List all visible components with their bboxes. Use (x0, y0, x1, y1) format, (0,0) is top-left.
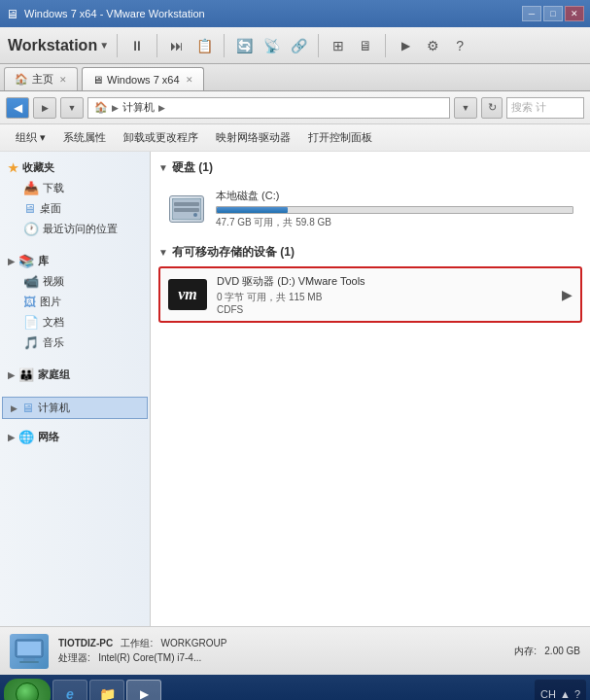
tab-home-close[interactable]: ✕ (59, 75, 67, 85)
tab-home[interactable]: 🏠 主页 ✕ (4, 67, 78, 90)
homegroup-label: 家庭组 (38, 368, 70, 382)
back-button[interactable]: ◀ (6, 97, 29, 119)
recent-label: 最近访问的位置 (43, 222, 118, 236)
address-bar: ◀ ▶ ▼ 🏠 ▶ 计算机 ▶ ▼ ↻ 搜索 计 (0, 91, 590, 124)
tab-vm[interactable]: 🖥 Windows 7 x64 ✕ (82, 67, 204, 90)
local-disk-info: 本地磁盘 (C:) 47.7 GB 可用，共 59.8 GB (216, 189, 573, 229)
local-disk-c[interactable]: 本地磁盘 (C:) 47.7 GB 可用，共 59.8 GB (158, 182, 582, 236)
pause-button[interactable]: ⏸ (125, 34, 149, 57)
svg-rect-6 (23, 658, 35, 661)
library-header[interactable]: ▶ 📚 库 (0, 251, 150, 271)
toolbar-btn-4[interactable]: 📡 (260, 34, 283, 57)
address-box[interactable]: 🏠 ▶ 计算机 ▶ (87, 97, 450, 119)
title-bar-buttons: ─ □ ✕ (522, 6, 584, 21)
search-box[interactable]: 搜索 计 (506, 97, 584, 119)
taskbar-media[interactable]: ▶ (126, 680, 161, 700)
divider-2 (0, 357, 150, 365)
address-home-icon: 🏠 (94, 101, 108, 114)
minimize-button[interactable]: ─ (522, 6, 541, 21)
pc-name: TIOTDIZ-PC (58, 638, 113, 648)
dvd-drive-d[interactable]: vm DVD 驱动器 (D:) VMware Tools 0 字节 可用，共 1… (158, 266, 582, 323)
network-header[interactable]: ▶ 🌐 网络 (0, 427, 150, 447)
menu-map-drive[interactable]: 映射网络驱动器 (208, 127, 298, 148)
hard-disk-arrow: ▼ (158, 162, 168, 173)
tab-home-label: 主页 (32, 72, 53, 87)
hard-disk-header: ▼ 硬盘 (1) (158, 159, 582, 176)
toolbar-btn-10[interactable]: ? (448, 34, 471, 57)
sidebar-item-computer[interactable]: ▶ 🖥 计算机 (2, 397, 148, 419)
refresh-button[interactable]: ↻ (481, 97, 503, 119)
taskbar-folder[interactable]: 📁 (89, 680, 124, 700)
status-bar: TIOTDIZ-PC 工作组: WORKGROUP 处理器: Intel(R) … (0, 626, 590, 675)
sidebar-item-desktop[interactable]: 🖥 桌面 (0, 198, 150, 219)
favorites-section: ★ 收藏夹 📥 下载 🖥 桌面 🕐 最近访问的位置 (0, 158, 150, 239)
title-bar: 🖥 Windows 7 x64 - VMware Workstation ─ □… (0, 0, 590, 27)
favorites-header[interactable]: ★ 收藏夹 (0, 158, 150, 178)
toolbar-separator-2 (156, 34, 157, 57)
removable-arrow: ▼ (158, 247, 168, 258)
processor-value: Intel(R) Core(TM) i7-4... (98, 652, 201, 663)
toolbar-btn-6[interactable]: ⊞ (327, 34, 350, 57)
explorer-window: ◀ ▶ ▼ 🏠 ▶ 计算机 ▶ ▼ ↻ 搜索 计 组织 ▾ 系统属性 卸载或更改… (0, 91, 590, 675)
sidebar-item-video[interactable]: 📹 视频 (0, 271, 150, 292)
maximize-button[interactable]: □ (543, 6, 563, 21)
tray-ch: CH (540, 688, 556, 700)
hdd-icon (169, 195, 204, 223)
tray-up-arrow[interactable]: ▲ (560, 688, 571, 700)
network-label: 网络 (38, 430, 59, 444)
title-bar-text: Windows 7 x64 - VMware Workstation (24, 8, 522, 19)
address-sep-1: ▶ (112, 103, 119, 113)
music-label: 音乐 (43, 335, 64, 350)
computer-label: 计算机 (38, 401, 70, 415)
svg-rect-5 (17, 642, 41, 655)
toolbar-btn-2[interactable]: 📋 (192, 34, 216, 57)
menu-organize[interactable]: 组织 ▾ (8, 127, 53, 148)
status-info: TIOTDIZ-PC 工作组: WORKGROUP 处理器: Intel(R) … (58, 637, 226, 666)
folder-icon-video: 📹 (23, 274, 39, 289)
library-section: ▶ 📚 库 📹 视频 🖼 图片 📄 文档 🎵 (0, 251, 150, 353)
sidebar-item-recent[interactable]: 🕐 最近访问的位置 (0, 219, 150, 239)
computer-expand-icon: ▶ (11, 403, 17, 413)
computer-icon: 🖥 (21, 401, 34, 415)
toolbar-btn-9[interactable]: ⚙ (421, 34, 444, 57)
dropdown-button[interactable]: ▼ (454, 97, 477, 119)
toolbar-btn-5[interactable]: 🔗 (287, 34, 310, 57)
sidebar-item-pictures[interactable]: 🖼 图片 (0, 292, 150, 312)
up-button[interactable]: ▼ (60, 97, 84, 119)
svg-rect-1 (174, 202, 199, 206)
pc-name-line: TIOTDIZ-PC 工作组: WORKGROUP (58, 637, 226, 650)
menu-system-props[interactable]: 系统属性 (55, 127, 114, 148)
taskbar: e 📁 ▶ CH ▲ ? (0, 675, 590, 700)
dvd-name: DVD 驱动器 (D:) VMware Tools (217, 274, 552, 289)
content-area: ★ 收藏夹 📥 下载 🖥 桌面 🕐 最近访问的位置 (0, 152, 590, 626)
back-icon: ◀ (14, 101, 22, 115)
svg-point-3 (193, 213, 197, 217)
main-content: ▼ 硬盘 (1) 本地磁盘 (C:) (151, 152, 590, 626)
pc-status-icon (10, 634, 49, 669)
sidebar-item-music[interactable]: 🎵 音乐 (0, 332, 150, 353)
toolbar-btn-8[interactable]: ▶ (394, 34, 417, 57)
system-tray: CH ▲ ? (535, 680, 586, 700)
sidebar-item-downloads[interactable]: 📥 下载 (0, 178, 150, 198)
dvd-icon-container: vm (168, 279, 207, 310)
brand-dropdown-icon[interactable]: ▼ (99, 40, 109, 51)
library-expand-icon: ▶ (8, 257, 15, 266)
toolbar-btn-7[interactable]: 🖥 (354, 34, 377, 57)
tab-vm-close[interactable]: ✕ (186, 75, 193, 85)
menu-control-panel[interactable]: 打开控制面板 (300, 127, 380, 148)
video-label: 视频 (43, 274, 64, 289)
forward-button[interactable]: ▶ (33, 97, 56, 119)
address-sep-2: ▶ (158, 103, 165, 113)
workgroup-value: WORKGROUP (161, 638, 227, 648)
sidebar-item-docs[interactable]: 📄 文档 (0, 312, 150, 332)
close-button[interactable]: ✕ (565, 6, 584, 21)
toolbar-btn-3[interactable]: 🔄 (232, 34, 256, 57)
content-divider-1 (158, 236, 582, 244)
local-disk-name: 本地磁盘 (C:) (216, 189, 573, 203)
menu-uninstall[interactable]: 卸载或更改程序 (116, 127, 206, 148)
homegroup-header[interactable]: ▶ 👪 家庭组 (0, 365, 150, 385)
start-button[interactable] (4, 679, 51, 700)
search-placeholder: 搜索 计 (511, 100, 546, 115)
taskbar-ie[interactable]: e (52, 680, 87, 700)
toolbar-btn-1[interactable]: ⏭ (165, 34, 189, 57)
